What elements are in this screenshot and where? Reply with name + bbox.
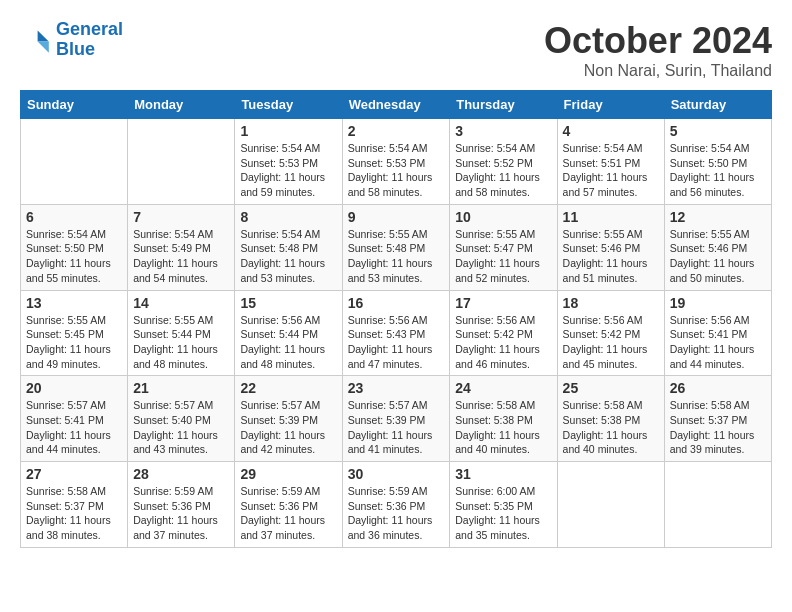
day-number: 19: [670, 295, 766, 311]
day-number: 5: [670, 123, 766, 139]
day-number: 25: [563, 380, 659, 396]
day-number: 31: [455, 466, 551, 482]
svg-marker-0: [38, 30, 49, 41]
day-number: 28: [133, 466, 229, 482]
calendar-header: SundayMondayTuesdayWednesdayThursdayFrid…: [21, 91, 772, 119]
calendar-cell: 30Sunrise: 5:59 AMSunset: 5:36 PMDayligh…: [342, 462, 450, 548]
day-info: Sunrise: 5:56 AMSunset: 5:42 PMDaylight:…: [455, 313, 551, 372]
day-info: Sunrise: 5:54 AMSunset: 5:50 PMDaylight:…: [26, 227, 122, 286]
day-number: 11: [563, 209, 659, 225]
calendar-cell: [128, 119, 235, 205]
weekday-header-wednesday: Wednesday: [342, 91, 450, 119]
weekday-header-friday: Friday: [557, 91, 664, 119]
day-number: 2: [348, 123, 445, 139]
title-block: October 2024 Non Narai, Surin, Thailand: [544, 20, 772, 80]
day-number: 16: [348, 295, 445, 311]
calendar-cell: 29Sunrise: 5:59 AMSunset: 5:36 PMDayligh…: [235, 462, 342, 548]
day-number: 22: [240, 380, 336, 396]
day-number: 21: [133, 380, 229, 396]
calendar-cell: 28Sunrise: 5:59 AMSunset: 5:36 PMDayligh…: [128, 462, 235, 548]
logo-icon: [20, 24, 52, 56]
day-number: 24: [455, 380, 551, 396]
calendar-cell: 21Sunrise: 5:57 AMSunset: 5:40 PMDayligh…: [128, 376, 235, 462]
day-info: Sunrise: 5:59 AMSunset: 5:36 PMDaylight:…: [348, 484, 445, 543]
calendar-cell: 17Sunrise: 5:56 AMSunset: 5:42 PMDayligh…: [450, 290, 557, 376]
day-number: 20: [26, 380, 122, 396]
day-number: 3: [455, 123, 551, 139]
month-title: October 2024: [544, 20, 772, 62]
weekday-header-tuesday: Tuesday: [235, 91, 342, 119]
logo-line2: Blue: [56, 39, 95, 59]
day-info: Sunrise: 5:58 AMSunset: 5:38 PMDaylight:…: [563, 398, 659, 457]
day-info: Sunrise: 5:57 AMSunset: 5:40 PMDaylight:…: [133, 398, 229, 457]
calendar-cell: 7Sunrise: 5:54 AMSunset: 5:49 PMDaylight…: [128, 204, 235, 290]
weekday-header-thursday: Thursday: [450, 91, 557, 119]
day-number: 23: [348, 380, 445, 396]
day-number: 27: [26, 466, 122, 482]
day-number: 9: [348, 209, 445, 225]
weekday-header-sunday: Sunday: [21, 91, 128, 119]
calendar-cell: 19Sunrise: 5:56 AMSunset: 5:41 PMDayligh…: [664, 290, 771, 376]
day-number: 26: [670, 380, 766, 396]
day-number: 29: [240, 466, 336, 482]
day-info: Sunrise: 6:00 AMSunset: 5:35 PMDaylight:…: [455, 484, 551, 543]
logo-line1: General: [56, 19, 123, 39]
day-info: Sunrise: 5:54 AMSunset: 5:48 PMDaylight:…: [240, 227, 336, 286]
calendar-cell: 1Sunrise: 5:54 AMSunset: 5:53 PMDaylight…: [235, 119, 342, 205]
day-info: Sunrise: 5:56 AMSunset: 5:41 PMDaylight:…: [670, 313, 766, 372]
logo: General Blue: [20, 20, 123, 60]
day-info: Sunrise: 5:57 AMSunset: 5:39 PMDaylight:…: [348, 398, 445, 457]
day-info: Sunrise: 5:58 AMSunset: 5:37 PMDaylight:…: [26, 484, 122, 543]
day-info: Sunrise: 5:54 AMSunset: 5:51 PMDaylight:…: [563, 141, 659, 200]
calendar-cell: [557, 462, 664, 548]
logo-text: General Blue: [56, 20, 123, 60]
calendar-cell: 23Sunrise: 5:57 AMSunset: 5:39 PMDayligh…: [342, 376, 450, 462]
page-header: General Blue October 2024 Non Narai, Sur…: [20, 20, 772, 80]
day-info: Sunrise: 5:54 AMSunset: 5:53 PMDaylight:…: [348, 141, 445, 200]
calendar-cell: 2Sunrise: 5:54 AMSunset: 5:53 PMDaylight…: [342, 119, 450, 205]
day-info: Sunrise: 5:59 AMSunset: 5:36 PMDaylight:…: [240, 484, 336, 543]
day-info: Sunrise: 5:56 AMSunset: 5:43 PMDaylight:…: [348, 313, 445, 372]
day-number: 14: [133, 295, 229, 311]
weekday-header-row: SundayMondayTuesdayWednesdayThursdayFrid…: [21, 91, 772, 119]
calendar-week-1: 1Sunrise: 5:54 AMSunset: 5:53 PMDaylight…: [21, 119, 772, 205]
day-info: Sunrise: 5:55 AMSunset: 5:44 PMDaylight:…: [133, 313, 229, 372]
day-number: 15: [240, 295, 336, 311]
calendar-cell: 20Sunrise: 5:57 AMSunset: 5:41 PMDayligh…: [21, 376, 128, 462]
day-info: Sunrise: 5:54 AMSunset: 5:52 PMDaylight:…: [455, 141, 551, 200]
calendar-cell: 5Sunrise: 5:54 AMSunset: 5:50 PMDaylight…: [664, 119, 771, 205]
day-info: Sunrise: 5:55 AMSunset: 5:46 PMDaylight:…: [563, 227, 659, 286]
calendar-week-5: 27Sunrise: 5:58 AMSunset: 5:37 PMDayligh…: [21, 462, 772, 548]
calendar-cell: [21, 119, 128, 205]
calendar-cell: 9Sunrise: 5:55 AMSunset: 5:48 PMDaylight…: [342, 204, 450, 290]
day-info: Sunrise: 5:54 AMSunset: 5:53 PMDaylight:…: [240, 141, 336, 200]
day-number: 13: [26, 295, 122, 311]
calendar-cell: 3Sunrise: 5:54 AMSunset: 5:52 PMDaylight…: [450, 119, 557, 205]
day-number: 8: [240, 209, 336, 225]
calendar-cell: 4Sunrise: 5:54 AMSunset: 5:51 PMDaylight…: [557, 119, 664, 205]
day-info: Sunrise: 5:55 AMSunset: 5:48 PMDaylight:…: [348, 227, 445, 286]
calendar-week-4: 20Sunrise: 5:57 AMSunset: 5:41 PMDayligh…: [21, 376, 772, 462]
day-info: Sunrise: 5:59 AMSunset: 5:36 PMDaylight:…: [133, 484, 229, 543]
calendar-cell: 6Sunrise: 5:54 AMSunset: 5:50 PMDaylight…: [21, 204, 128, 290]
svg-marker-1: [38, 41, 49, 52]
day-info: Sunrise: 5:54 AMSunset: 5:49 PMDaylight:…: [133, 227, 229, 286]
day-info: Sunrise: 5:58 AMSunset: 5:37 PMDaylight:…: [670, 398, 766, 457]
calendar-week-2: 6Sunrise: 5:54 AMSunset: 5:50 PMDaylight…: [21, 204, 772, 290]
calendar-week-3: 13Sunrise: 5:55 AMSunset: 5:45 PMDayligh…: [21, 290, 772, 376]
day-info: Sunrise: 5:55 AMSunset: 5:47 PMDaylight:…: [455, 227, 551, 286]
calendar-cell: 26Sunrise: 5:58 AMSunset: 5:37 PMDayligh…: [664, 376, 771, 462]
calendar-cell: 22Sunrise: 5:57 AMSunset: 5:39 PMDayligh…: [235, 376, 342, 462]
calendar-cell: 16Sunrise: 5:56 AMSunset: 5:43 PMDayligh…: [342, 290, 450, 376]
calendar-cell: 13Sunrise: 5:55 AMSunset: 5:45 PMDayligh…: [21, 290, 128, 376]
calendar-cell: 15Sunrise: 5:56 AMSunset: 5:44 PMDayligh…: [235, 290, 342, 376]
day-number: 1: [240, 123, 336, 139]
location-subtitle: Non Narai, Surin, Thailand: [544, 62, 772, 80]
calendar-cell: 12Sunrise: 5:55 AMSunset: 5:46 PMDayligh…: [664, 204, 771, 290]
calendar-cell: 14Sunrise: 5:55 AMSunset: 5:44 PMDayligh…: [128, 290, 235, 376]
day-info: Sunrise: 5:58 AMSunset: 5:38 PMDaylight:…: [455, 398, 551, 457]
calendar-cell: 11Sunrise: 5:55 AMSunset: 5:46 PMDayligh…: [557, 204, 664, 290]
weekday-header-saturday: Saturday: [664, 91, 771, 119]
calendar-cell: 8Sunrise: 5:54 AMSunset: 5:48 PMDaylight…: [235, 204, 342, 290]
day-info: Sunrise: 5:55 AMSunset: 5:45 PMDaylight:…: [26, 313, 122, 372]
